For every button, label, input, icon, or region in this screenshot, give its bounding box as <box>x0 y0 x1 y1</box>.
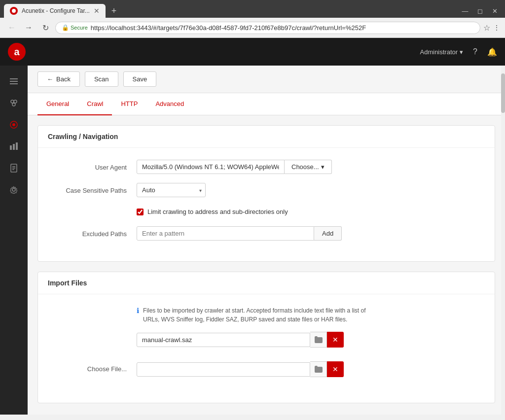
browse-file-button[interactable] <box>310 332 327 348</box>
sidebar-item-document[interactable] <box>4 158 24 178</box>
user-agent-row: User Agent Choose... ▾ <box>48 160 485 174</box>
add-excluded-path-button[interactable]: Add <box>314 226 342 241</box>
back-arrow-icon: ← <box>47 75 53 83</box>
sidebar-item-scan[interactable] <box>4 115 24 135</box>
scan-icon <box>9 120 19 130</box>
crawling-title: Crawling / Navigation <box>48 133 118 140</box>
main-content: ← Back Scan Save General Crawl <box>28 66 505 415</box>
svg-rect-2 <box>10 83 18 84</box>
back-button[interactable]: ← <box>5 21 19 35</box>
app-body: ← Back Scan Save General Crawl <box>0 66 505 415</box>
import-files-title: Import Files <box>48 279 87 287</box>
user-agent-input[interactable] <box>137 160 285 174</box>
scrollbar-thumb[interactable] <box>501 73 505 113</box>
window-controls: — ◻ ✕ <box>459 4 501 17</box>
case-sensitive-row: Case Sensitive Paths Auto Yes No ▾ <box>48 183 485 197</box>
svg-rect-8 <box>10 145 12 150</box>
tab-general-label: General <box>46 100 69 107</box>
browser-menu-button[interactable]: ⋮ <box>493 24 500 32</box>
notifications-icon[interactable]: 🔔 <box>487 47 497 57</box>
choose-file-row: Choose File... ✕ <box>48 361 485 382</box>
info-icon: ℹ <box>137 307 139 324</box>
sidebar <box>0 66 28 415</box>
delete-file-button[interactable]: ✕ <box>327 332 344 348</box>
sidebar-item-settings[interactable] <box>4 180 24 200</box>
existing-file-control: ✕ <box>137 332 485 352</box>
tab-general[interactable]: General <box>37 93 78 115</box>
sidebar-item-group[interactable] <box>4 93 24 113</box>
restore-button[interactable]: ◻ <box>473 4 486 17</box>
excluded-paths-input[interactable] <box>137 226 314 241</box>
choose-file-control: ✕ <box>137 361 485 382</box>
existing-file-row: ✕ <box>48 332 485 352</box>
new-tab-button[interactable]: + <box>108 6 120 16</box>
browser-tab[interactable]: Acunetix - Configure Tar... ✕ <box>4 4 106 18</box>
case-sensitive-control: Auto Yes No ▾ <box>137 183 485 197</box>
import-files-card: Import Files ℹ Files to be imported by c… <box>37 272 495 403</box>
toolbar: ← Back Scan Save <box>28 66 505 93</box>
bookmark-button[interactable]: ☆ <box>483 23 490 33</box>
group-icon <box>9 98 19 108</box>
refresh-button[interactable]: ↻ <box>38 21 52 35</box>
limit-crawl-label[interactable]: Limit crawling to address and sub-direct… <box>147 208 288 215</box>
tab-crawl[interactable]: Crawl <box>78 93 112 115</box>
browser-title-bar: Acunetix - Configure Tar... ✕ + — ◻ ✕ <box>0 0 505 18</box>
user-agent-input-group: Choose... ▾ <box>137 160 485 174</box>
tab-crawl-label: Crawl <box>87 100 103 107</box>
url-text: https://localhost:3443/#/targets/7f76e30… <box>91 24 474 32</box>
choose-file-input-group: ✕ <box>137 361 344 377</box>
excluded-paths-row: Excluded Paths Add <box>48 226 485 241</box>
tab-navigation: General Crawl HTTP Advanced <box>28 93 505 115</box>
case-sensitive-select[interactable]: Auto Yes No <box>137 183 206 197</box>
limit-crawl-checkbox[interactable] <box>137 209 144 215</box>
crawling-card-body: User Agent Choose... ▾ <box>38 148 495 261</box>
svg-point-15 <box>12 188 15 191</box>
save-button[interactable]: Save <box>123 71 157 87</box>
existing-file-label <box>48 332 137 336</box>
admin-dropdown-icon: ▾ <box>460 48 463 56</box>
scan-button[interactable]: Scan <box>85 71 118 87</box>
tab-title: Acunetix - Configure Tar... <box>22 7 90 14</box>
crawling-card: Crawling / Navigation User Agent Choose.… <box>37 125 495 262</box>
folder-open-icon <box>315 366 323 373</box>
close-window-button[interactable]: ✕ <box>488 4 501 17</box>
add-label: Add <box>322 230 333 237</box>
choose-file-input[interactable] <box>137 362 310 377</box>
scrollbar-track[interactable] <box>501 66 505 415</box>
admin-menu[interactable]: Administrator ▾ <box>420 48 464 56</box>
sidebar-item-reports[interactable] <box>4 137 24 156</box>
lock-icon: 🔒 <box>62 24 69 31</box>
crawling-card-header: Crawling / Navigation <box>38 126 495 148</box>
close-tab-button[interactable]: ✕ <box>94 7 100 15</box>
svg-point-5 <box>12 103 15 106</box>
clear-file-button[interactable]: ✕ <box>327 361 344 377</box>
header-right: Administrator ▾ ? 🔔 <box>420 47 497 57</box>
svg-rect-9 <box>13 144 15 150</box>
page-content: Crawling / Navigation User Agent Choose.… <box>28 115 505 415</box>
file-input-group: ✕ <box>137 332 344 348</box>
choose-user-agent-button[interactable]: Choose... ▾ <box>285 160 332 174</box>
minimize-button[interactable]: — <box>459 4 471 17</box>
forward-button[interactable]: → <box>22 21 36 35</box>
tab-http[interactable]: HTTP <box>112 93 146 115</box>
existing-file-input[interactable] <box>137 333 310 347</box>
secure-badge: 🔒 Secure <box>62 24 88 31</box>
document-icon <box>9 163 19 173</box>
browse-new-file-button[interactable] <box>310 361 327 377</box>
svg-point-3 <box>11 100 14 103</box>
choose-label: Choose... <box>291 163 319 171</box>
settings-icon <box>9 185 19 195</box>
tab-advanced-label: Advanced <box>155 100 184 107</box>
save-label: Save <box>133 75 147 83</box>
help-icon[interactable]: ? <box>473 47 477 56</box>
list-icon <box>9 76 19 86</box>
address-bar[interactable]: 🔒 Secure https://localhost:3443/#/target… <box>55 22 480 34</box>
sidebar-item-list[interactable] <box>4 71 24 91</box>
dropdown-arrow-icon: ▾ <box>321 163 325 171</box>
case-sensitive-select-wrap: Auto Yes No ▾ <box>137 183 206 197</box>
scan-label: Scan <box>94 75 109 83</box>
back-button[interactable]: ← Back <box>37 71 80 87</box>
import-info: ℹ Files to be imported by crawler at sta… <box>137 306 383 324</box>
svg-point-7 <box>12 123 15 126</box>
tab-advanced[interactable]: Advanced <box>146 93 193 115</box>
